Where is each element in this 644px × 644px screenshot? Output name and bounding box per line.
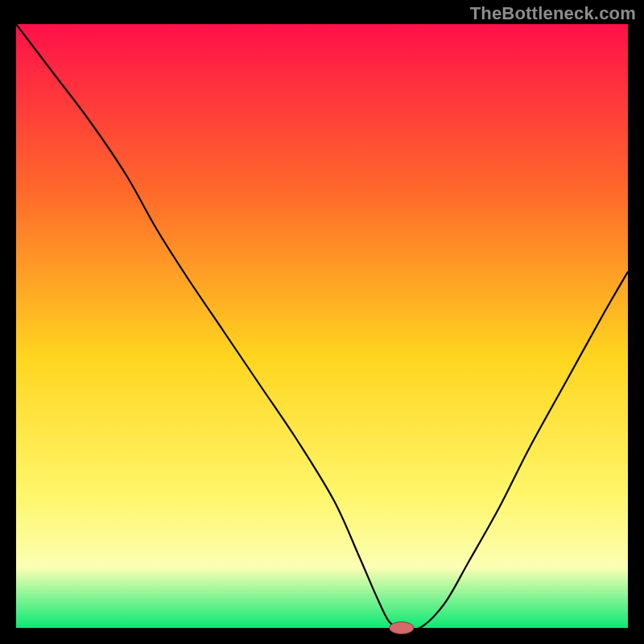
optimum-marker — [390, 622, 414, 634]
chart-container: { "attribution": "TheBottleneck.com", "c… — [0, 0, 644, 644]
bottleneck-chart — [0, 0, 644, 644]
plot-background — [16, 24, 628, 628]
attribution-text: TheBottleneck.com — [470, 3, 636, 24]
